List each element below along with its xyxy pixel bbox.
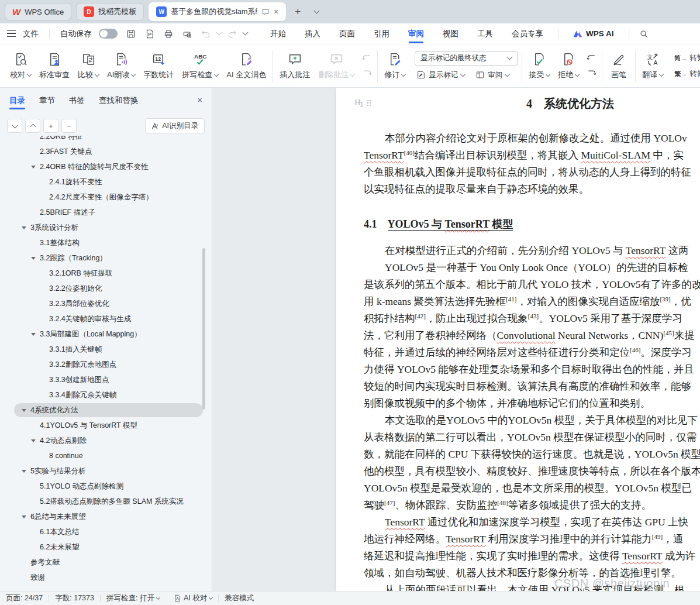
outline-item[interactable]: 6.1本文总结: [0, 524, 212, 539]
outline-item[interactable]: 3.3.1插入关键帧: [0, 342, 212, 357]
word-count-indicator[interactable]: 字数: 17373: [55, 593, 94, 603]
outline-item[interactable]: 2.5BRIEF 描述子: [0, 205, 212, 220]
hamburger-menu-icon[interactable]: [7, 30, 16, 37]
outline-item[interactable]: 3.2.1ORB 特征提取: [0, 266, 212, 281]
reject-change-button[interactable]: 拒绝: [554, 50, 582, 82]
outline-item[interactable]: 3.2.3局部位姿优化: [0, 296, 212, 311]
outline-item[interactable]: 2.3FAST 关键点: [0, 144, 212, 159]
doc-line[interactable]: 用 k-means 聚类算法选择先验框[41]，对输入的图像实现自适应缩放[39…: [364, 293, 700, 310]
markup-state-dropdown[interactable]: 显示标记的最终状态: [415, 51, 518, 66]
doc-line[interactable]: 个鱼眼相机载入图像并提取特征点的同时，将从动态的人身上得到的特征: [364, 164, 700, 181]
doc-line[interactable]: 力使得 YOLOv5 能够在处理复杂场景和多个目标时取得出色的性能，并且: [364, 361, 700, 378]
menu-review[interactable]: 审阅: [401, 23, 432, 44]
tab-chapters[interactable]: 章节: [39, 95, 55, 111]
zoom-out-outline-button[interactable]: −: [61, 119, 77, 133]
outline-item[interactable]: 8 continue: [0, 448, 212, 463]
traditional-to-simplified-button[interactable]: 繁→ 转简: [673, 68, 700, 80]
doc-line[interactable]: 地运行神经网络。TensorRT 利用深度学习推理中的并行计算能力[49]，通: [364, 531, 700, 548]
tab-bookmarks[interactable]: 书签: [69, 95, 85, 111]
doc-line[interactable]: 以实现特征点的提取尽量来自于静态环境的效果。: [364, 181, 700, 198]
file-menu[interactable]: 文件: [19, 29, 42, 39]
outline-item[interactable]: 3.3.4删除冗余关键帧: [0, 387, 212, 403]
ai-proofread-status[interactable]: AI 校对: [174, 593, 212, 603]
outline-item[interactable]: 3系统设计分析: [0, 220, 212, 235]
outline-item[interactable]: 3.3.3创建新地图点: [0, 372, 212, 387]
outline-item[interactable]: 5.1YOLO 动态点剔除检测: [0, 479, 212, 494]
search-icon[interactable]: [636, 27, 651, 41]
menu-wps-ai[interactable]: WPS AI: [565, 23, 622, 44]
new-tab-button[interactable]: +: [291, 5, 305, 19]
outline-item[interactable]: 6总结与未来展望: [0, 509, 212, 524]
ai-recognize-outline-button[interactable]: AI识别目录: [145, 118, 205, 133]
doc-line[interactable]: 数，就能在同样的 CPU 下获得较快的运行速度。也就是说，YOLOv5n 模型: [364, 446, 700, 463]
outline-item[interactable]: 3.3局部建图（Local Mapping）: [0, 326, 212, 342]
page-indicator[interactable]: 页面: 24/37: [6, 593, 43, 603]
export-pdf-button[interactable]: [142, 27, 157, 41]
outline-item[interactable]: 2.4.1旋转不变性: [0, 174, 212, 190]
tab-list-caret[interactable]: [309, 5, 323, 19]
outline-item[interactable]: 4.1YOLOv5 与 TensorRT 模型: [0, 418, 212, 433]
outline-item[interactable]: 2.2ORB 特征: [0, 136, 212, 144]
outline-item[interactable]: 3.1整体结构: [0, 235, 212, 250]
doc-line[interactable]: 本部分内容介绍论文对于原框架的创新修改之处。通过使用 YOLOv: [364, 130, 700, 147]
heading-anchor[interactable]: H1: [355, 98, 368, 108]
spell-check-button[interactable]: ABC 拼写检查: [178, 50, 222, 82]
outline-item[interactable]: 4系统优化方法: [0, 403, 212, 418]
outline-item[interactable]: 2.4.2尺度不变性（图像金字塔）: [0, 190, 212, 205]
doc-line[interactable]: YOLOv5n 模型是最受欢迎的，也是本文所采用的模型。YOLOv5n 模型已: [364, 480, 700, 497]
show-markup-button[interactable]: 显示标记: [415, 70, 467, 81]
menu-view[interactable]: 视图: [435, 23, 466, 44]
outline-item[interactable]: 6.2未来展望: [0, 539, 212, 555]
outline-item[interactable]: 4.2动态点剔除: [0, 433, 212, 448]
menu-reference[interactable]: 引用: [366, 23, 397, 44]
menu-page[interactable]: 页面: [332, 23, 363, 44]
next-change-button[interactable]: [585, 68, 598, 80]
doc-line[interactable]: 络延迟和提高推理性能，实现了实时推理的需求。这使得 TensorRT 成为许: [364, 548, 700, 565]
translate-button[interactable]: 文A 翻译: [639, 50, 667, 82]
outline-item[interactable]: 参考文献: [0, 555, 212, 570]
doc-line[interactable]: 在对模型进行正式的介绍前，先分别介绍 YOLOv5 与 TensorRT 这两: [364, 242, 700, 259]
doc-line[interactable]: 他的模型，具有模型较小、精度较好、推理速度快等特点，所以在各个版本的: [364, 463, 700, 480]
compare-button[interactable]: 比较: [74, 50, 102, 82]
accept-change-button[interactable]: 接受: [525, 50, 553, 82]
proofread-button[interactable]: 校对: [6, 50, 35, 82]
print-preview-button[interactable]: [180, 27, 195, 41]
ai-polish-button[interactable]: AI 全文润色: [223, 50, 270, 82]
word-count-button[interactable]: 12 字数统计: [140, 50, 177, 82]
autosave-toggle[interactable]: [99, 29, 118, 39]
previous-change-button[interactable]: [585, 53, 598, 64]
doc-line[interactable]: 驾驶[47]、物体跟踪、安防监控[48]等诸多领域提供了强大的支持。: [364, 497, 700, 514]
doc-line[interactable]: 特征，并通过后续的神经网络层对这些特征进行分类和定位[46]。深度学习: [364, 344, 700, 361]
outline-item[interactable]: 3.2跟踪（Tracking）: [0, 250, 212, 266]
tab-docer-template[interactable]: D 找稻壳模板: [76, 3, 144, 20]
ai-read-button[interactable]: AI朗读: [104, 50, 139, 82]
tab-wps-office[interactable]: W WPS Office: [5, 3, 71, 20]
drag-handle-icon[interactable]: [367, 100, 368, 101]
print-button[interactable]: [161, 27, 176, 41]
close-pane-icon[interactable]: ×: [197, 95, 202, 105]
outline-item[interactable]: 3.3.2删除冗余地图点: [0, 357, 212, 372]
menu-insert[interactable]: 插入: [297, 23, 328, 44]
outline-item[interactable]: 5.2搭载动态点剔除的多鱼眼 SLAM 系统实况: [0, 494, 212, 509]
outline-item[interactable]: 3.2.2位姿初始化: [0, 281, 212, 296]
doc-line[interactable]: 4.1YOLOv5 与 TensorRT 模型: [364, 215, 700, 233]
doc-line[interactable]: 较短的时间内实现实时目标检测。该算法具有高度的准确性和效率，能够: [364, 378, 700, 395]
doc-line[interactable]: TensorRT[40]结合编译出目标识别模型，将其嵌入 MuitiCol-SL…: [364, 147, 700, 164]
doc-line[interactable]: 是该系列的第五个版本。相比于前几代 YOLO 技术，YOLOv5有了许多的改: [364, 276, 700, 293]
menu-tools[interactable]: 工具: [470, 23, 501, 44]
tab-current-document[interactable]: W 基于多鱼眼的视觉slam系统 ×: [149, 2, 286, 21]
doc-line[interactable]: 积拓扑结构[42]，防止出现过拟合现象[43]。YOLOv5 采用了基于深度学习: [364, 310, 700, 327]
tab-find-replace[interactable]: 查找和替换: [99, 95, 139, 111]
doc-line[interactable]: 别图像或视频中的多个物体，并准确地标记它们的位置和类别。: [364, 395, 700, 412]
quick-tools-caret[interactable]: [243, 30, 249, 36]
insert-comment-button[interactable]: 插入批注: [276, 50, 313, 82]
spellcheck-status[interactable]: 拼写检查: 打开: [106, 593, 160, 603]
ink-pen-button[interactable]: 画笔: [605, 50, 632, 82]
doc-line[interactable]: 本文选取的是YOLOv5 中的YOLOv5n 模型，关于具体模型的对比见下: [364, 412, 700, 429]
menu-home[interactable]: 开始: [263, 23, 294, 44]
outline-item[interactable]: 2.4ORB 特征的旋转与尺度不变性: [0, 159, 212, 174]
simplified-to-traditional-button[interactable]: 简→ 转繁: [673, 53, 700, 64]
track-changes-button[interactable]: 修订: [381, 50, 409, 82]
expand-all-button[interactable]: [7, 119, 22, 133]
outline-item[interactable]: 5实验与结果分析: [0, 463, 212, 479]
